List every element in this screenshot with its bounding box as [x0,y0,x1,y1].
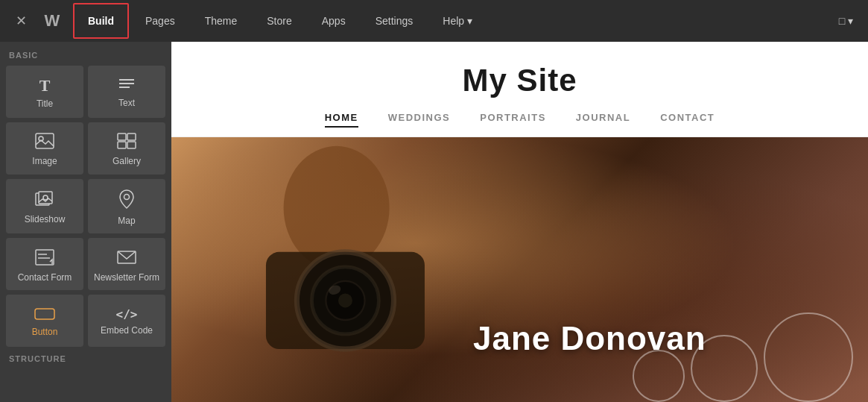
title-icon: T [39,78,51,94]
sidebar-item-slideshow[interactable]: Slideshow [6,179,83,233]
site-title: My Site [171,63,868,98]
camera-area [171,137,554,402]
gallery-icon [117,133,136,151]
site-nav: HOME WEDDINGS PORTRAITS JOURNAL CONTACT [171,112,868,136]
site-nav-weddings[interactable]: WEDDINGS [388,112,451,128]
sidebar-item-newsletter-form[interactable]: Newsletter Form [88,238,165,290]
svg-rect-7 [118,142,126,148]
sidebar-item-label: Map [118,216,135,226]
sidebar-item-button[interactable]: Button [6,295,83,347]
sidebar-item-label: Button [32,327,58,337]
svg-point-12 [124,195,130,200]
contact-form-icon [35,249,54,268]
svg-rect-13 [36,250,54,265]
sidebar-item-label: Text [118,98,135,108]
svg-point-23 [338,293,352,307]
close-button[interactable]: ✕ [6,6,36,36]
logo: W [36,6,69,36]
sidebar: BASIC T Title Text [0,42,171,402]
embed-code-icon: </> [116,309,138,321]
nav-item-help[interactable]: Help ▾ [428,0,487,42]
sidebar-item-label: Image [32,156,57,166]
nav-item-apps[interactable]: Apps [307,0,361,42]
svg-rect-3 [36,134,54,148]
sidebar-item-map[interactable]: Map [88,179,165,233]
slideshow-icon [35,191,54,210]
top-nav-bar: ✕ W Build Pages Theme Store Apps Setting… [0,0,868,42]
sidebar-item-label: Slideshow [25,214,66,224]
preview-area: My Site HOME WEDDINGS PORTRAITS JOURNAL … [171,42,868,402]
site-nav-home[interactable]: HOME [325,112,358,128]
map-icon [118,189,135,211]
nav-item-build[interactable]: Build [73,3,129,39]
nav-item-theme[interactable]: Theme [190,0,253,42]
hero-section: Jane Donovan [171,137,868,402]
basic-items-grid: T Title Text [6,66,165,347]
sidebar-item-label: Embed Code [101,325,153,336]
nav-item-pages[interactable]: Pages [130,0,190,42]
site-header: My Site HOME WEDDINGS PORTRAITS JOURNAL … [171,42,868,137]
hero-circle-small [633,350,685,402]
site-nav-contact[interactable]: CONTACT [660,112,715,128]
sidebar-item-image[interactable]: Image [6,122,83,175]
site-nav-portraits[interactable]: PORTRAITS [480,112,546,128]
hero-circles [633,313,868,402]
button-icon [34,307,55,322]
sidebar-item-text[interactable]: Text [88,66,165,118]
sidebar-item-contact-form[interactable]: Contact Form [6,238,83,290]
svg-rect-17 [35,309,54,319]
sidebar-item-label: Contact Form [18,272,72,283]
hero-circle-large [764,313,853,402]
sidebar-item-label: Title [37,98,53,109]
svg-rect-5 [118,134,126,140]
nav-item-store[interactable]: Store [252,0,306,42]
device-switcher[interactable]: □ ▾ [830,15,862,27]
structure-section-label: STRUCTURE [6,354,165,363]
sidebar-item-label: Newsletter Form [94,272,159,283]
svg-rect-6 [127,134,136,140]
hero-circle-medium [691,335,758,402]
sidebar-item-embed-code[interactable]: </> Embed Code [88,295,165,347]
sidebar-item-gallery[interactable]: Gallery [88,122,165,175]
sidebar-item-title[interactable]: T Title [6,66,83,118]
text-icon [118,78,136,93]
basic-section-label: BASIC [6,51,165,60]
image-icon [35,133,54,151]
main-area: BASIC T Title Text [0,42,868,402]
sidebar-item-label: Gallery [113,156,141,166]
svg-rect-8 [127,142,136,148]
site-nav-journal[interactable]: JOURNAL [576,112,630,128]
newsletter-icon [117,249,136,268]
nav-item-settings[interactable]: Settings [361,0,428,42]
